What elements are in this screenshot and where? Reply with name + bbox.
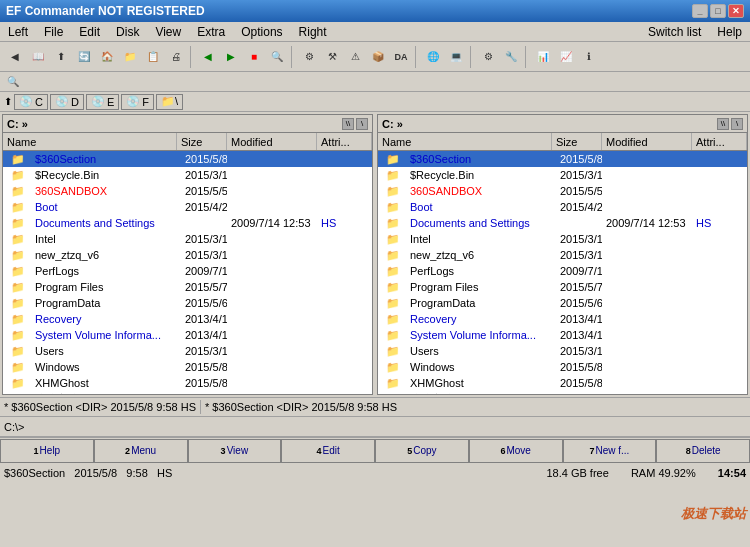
file-modified: 2015/5/8 14:36 bbox=[181, 361, 227, 373]
list-item[interactable]: 📁ProgramData 2015/5/6 21:44 H bbox=[3, 295, 372, 311]
tb-print[interactable]: 🖨 bbox=[165, 46, 187, 68]
list-item[interactable]: 📁Documents and Settings 2009/7/14 12:53 … bbox=[378, 215, 747, 231]
list-item[interactable]: 📁System Volume Informa... 2013/4/14 16:3… bbox=[3, 327, 372, 343]
menu-disk[interactable]: Disk bbox=[108, 23, 147, 41]
list-item[interactable]: 📁Boot 2015/4/23 17:38 HS bbox=[378, 199, 747, 215]
list-item[interactable]: 📁XHMGhost 2015/5/8 21:11 bbox=[3, 375, 372, 391]
tb-prev[interactable]: ◀ bbox=[197, 46, 219, 68]
fkey-new-f...[interactable]: 7New f... bbox=[563, 439, 657, 463]
tb-next[interactable]: ▶ bbox=[220, 46, 242, 68]
list-item[interactable]: 📁快捷方式 2015/3/15 17:30 bbox=[378, 391, 747, 394]
list-item[interactable]: 📁PerfLogs 2009/7/14 10:37 bbox=[3, 263, 372, 279]
folder-icon: 📁 bbox=[7, 265, 29, 278]
file-modified: 2015/4/23 17:38 bbox=[181, 201, 227, 213]
menu-right[interactable]: Right bbox=[291, 23, 335, 41]
fkey-menu[interactable]: 2Menu bbox=[94, 439, 188, 463]
left-nav-up[interactable]: \\ bbox=[342, 118, 354, 130]
tb-net2[interactable]: 💻 bbox=[445, 46, 467, 68]
fkey-copy[interactable]: 5Copy bbox=[375, 439, 469, 463]
file-size: 2015/5/7 20:21 R bbox=[552, 281, 602, 293]
menu-view[interactable]: View bbox=[147, 23, 189, 41]
file-name: $Recycle.Bin bbox=[406, 169, 478, 181]
menu-left[interactable]: Left bbox=[0, 23, 36, 41]
menu-help[interactable]: Help bbox=[709, 23, 750, 41]
list-item[interactable]: 📁Windows 2015/5/8 14:36 bbox=[378, 359, 747, 375]
tb-up[interactable]: ⬆ bbox=[50, 46, 72, 68]
minimize-button[interactable]: _ bbox=[692, 4, 708, 18]
drive-c-left[interactable]: 💿C bbox=[14, 94, 48, 110]
list-item[interactable]: 📁Users 2015/3/15 15:44 R bbox=[378, 343, 747, 359]
right-nav-up[interactable]: \\ bbox=[717, 118, 729, 130]
file-modified: 2009/7/14 12:53 bbox=[602, 217, 692, 229]
cmd-input[interactable] bbox=[24, 421, 746, 433]
list-item[interactable]: 📁ProgramData 2015/5/6 21:44 H bbox=[378, 295, 747, 311]
tb2-btn1[interactable]: 🔍 bbox=[4, 74, 22, 90]
list-item[interactable]: 📁Program Files 2015/5/7 20:21 R bbox=[378, 279, 747, 295]
tb-net1[interactable]: 🌐 bbox=[422, 46, 444, 68]
bottom-date: 2015/5/8 bbox=[74, 467, 117, 479]
tb-stop[interactable]: ■ bbox=[243, 46, 265, 68]
tb-text[interactable]: DA bbox=[390, 46, 412, 68]
file-size: 2015/3/16 16:54 bbox=[177, 249, 227, 261]
menu-edit[interactable]: Edit bbox=[71, 23, 108, 41]
list-item[interactable]: 📁new_ztzq_v6 2015/3/16 16:54 bbox=[3, 247, 372, 263]
close-button[interactable]: ✕ bbox=[728, 4, 744, 18]
list-item[interactable]: 📁XHMGhost 2015/5/8 21:11 bbox=[378, 375, 747, 391]
tb-bookmarks[interactable]: 📖 bbox=[27, 46, 49, 68]
menu-options[interactable]: Options bbox=[233, 23, 290, 41]
list-item[interactable]: 📁快捷方式 2015/3/15 17:30 bbox=[3, 391, 372, 394]
drive-e-left[interactable]: 💿E bbox=[86, 94, 119, 110]
tb-settings2[interactable]: 🔧 bbox=[500, 46, 522, 68]
list-item[interactable]: 📁Program Files 2015/5/7 20:21 R bbox=[3, 279, 372, 295]
list-item[interactable]: 📁Recovery 2013/4/18 17:55 HS bbox=[3, 311, 372, 327]
tb-info[interactable]: ℹ bbox=[578, 46, 600, 68]
list-item[interactable]: 📁new_ztzq_v6 2015/3/16 16:54 bbox=[378, 247, 747, 263]
list-item[interactable]: 📁$360Section 2015/5/8 9:58 HS bbox=[3, 151, 372, 167]
list-item[interactable]: 📁Windows 2015/5/8 14:36 bbox=[3, 359, 372, 375]
tb-folder[interactable]: 📁 bbox=[119, 46, 141, 68]
file-modified: 2015/5/7 20:21 bbox=[181, 281, 227, 293]
maximize-button[interactable]: □ bbox=[710, 4, 726, 18]
list-item[interactable]: 📁PerfLogs 2009/7/14 10:37 bbox=[378, 263, 747, 279]
tb-extra2[interactable]: 📈 bbox=[555, 46, 577, 68]
left-file-list[interactable]: 📁$360Section 2015/5/8 9:58 HS 📁$Recycle.… bbox=[3, 151, 372, 394]
tb-tools2[interactable]: ⚒ bbox=[321, 46, 343, 68]
menu-file[interactable]: File bbox=[36, 23, 71, 41]
fkey-view[interactable]: 3View bbox=[188, 439, 282, 463]
tb-tools3[interactable]: ⚠ bbox=[344, 46, 366, 68]
drive-folder-left[interactable]: 📁\ bbox=[156, 94, 183, 110]
fkey-move[interactable]: 6Move bbox=[469, 439, 563, 463]
fkey-edit[interactable]: 4Edit bbox=[281, 439, 375, 463]
right-nav-back[interactable]: \ bbox=[731, 118, 743, 130]
list-item[interactable]: 📁Boot 2015/4/23 17:38 HS bbox=[3, 199, 372, 215]
left-nav-back[interactable]: \ bbox=[356, 118, 368, 130]
tb-settings1[interactable]: ⚙ bbox=[477, 46, 499, 68]
list-item[interactable]: 📁Intel 2015/3/15 15:46 bbox=[378, 231, 747, 247]
list-item[interactable]: 📁Users 2015/3/15 15:44 R bbox=[3, 343, 372, 359]
list-item[interactable]: 📁$Recycle.Bin 2015/3/15 15:44 bbox=[3, 167, 372, 183]
tb-search[interactable]: 🔍 bbox=[266, 46, 288, 68]
list-item[interactable]: 📁360SANDBOX 2015/5/5 20:31 RHS bbox=[378, 183, 747, 199]
tb-refresh[interactable]: 🔄 bbox=[73, 46, 95, 68]
list-item[interactable]: 📁$360Section 2015/5/8 9:58 HS bbox=[378, 151, 747, 167]
tb-extra1[interactable]: 📊 bbox=[532, 46, 554, 68]
menu-switch-list[interactable]: Switch list bbox=[640, 23, 709, 41]
drive-f-left[interactable]: 💿F bbox=[121, 94, 154, 110]
tb-archive[interactable]: 📦 bbox=[367, 46, 389, 68]
tb-back[interactable]: ◀ bbox=[4, 46, 26, 68]
list-item[interactable]: 📁Documents and Settings 2009/7/14 12:53 … bbox=[3, 215, 372, 231]
tb-home[interactable]: 🏠 bbox=[96, 46, 118, 68]
tb-copy2[interactable]: 📋 bbox=[142, 46, 164, 68]
menu-extra[interactable]: Extra bbox=[189, 23, 233, 41]
drive-bar-left: ⬆ 💿C 💿D 💿E 💿F 📁\ bbox=[0, 92, 750, 112]
list-item[interactable]: 📁360SANDBOX 2015/5/5 20:31 RHS bbox=[3, 183, 372, 199]
drive-d-left[interactable]: 💿D bbox=[50, 94, 84, 110]
right-file-list[interactable]: 📁$360Section 2015/5/8 9:58 HS 📁$Recycle.… bbox=[378, 151, 747, 394]
tb-tools1[interactable]: ⚙ bbox=[298, 46, 320, 68]
fkey-delete[interactable]: 8Delete bbox=[656, 439, 750, 463]
list-item[interactable]: 📁Recovery 2013/4/18 17:55 HS bbox=[378, 311, 747, 327]
fkey-help[interactable]: 1Help bbox=[0, 439, 94, 463]
list-item[interactable]: 📁Intel 2015/3/15 15:46 bbox=[3, 231, 372, 247]
list-item[interactable]: 📁$Recycle.Bin 2015/3/15 15:44 bbox=[378, 167, 747, 183]
list-item[interactable]: 📁System Volume Informa... 2013/4/14 16:3… bbox=[378, 327, 747, 343]
